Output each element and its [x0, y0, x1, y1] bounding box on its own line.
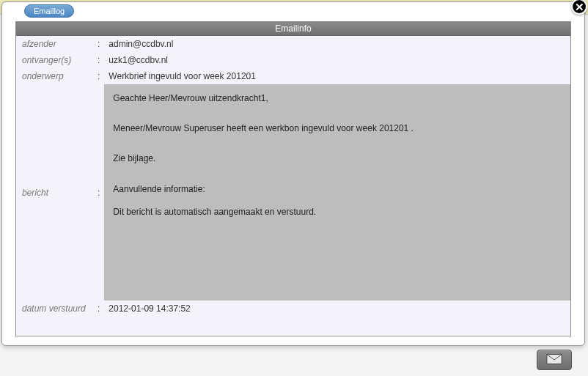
- row-message: bericht : Geachte Heer/Mevrouw uitzendkr…: [16, 84, 570, 301]
- panel-body: afzender : admin@ccdbv.nl ontvanger(s) :…: [16, 36, 570, 335]
- info-table: afzender : admin@ccdbv.nl ontvanger(s) :…: [16, 36, 570, 317]
- value-subject: Werkbrief ingevuld voor week 201201: [104, 68, 570, 84]
- emaillog-modal: Emaillog ✕ Emailinfo afzender : admin@cc…: [1, 1, 585, 346]
- value-message-cell: Geachte Heer/Mevrouw uitzendkracht1, Men…: [104, 84, 570, 301]
- close-button[interactable]: ✕: [571, 0, 587, 15]
- row-recipient: ontvanger(s) : uzk1@ccdbv.nl: [16, 52, 570, 68]
- colon: :: [93, 301, 104, 317]
- label-message: bericht: [16, 84, 93, 301]
- label-sent: datum verstuurd: [16, 301, 93, 317]
- row-sent: datum verstuurd : 2012-01-09 14:37:52: [16, 301, 570, 317]
- panel-title: Emailinfo: [16, 22, 570, 36]
- value-sent: 2012-01-09 14:37:52: [104, 301, 570, 317]
- row-sender: afzender : admin@ccdbv.nl: [16, 36, 570, 52]
- colon: :: [93, 52, 104, 68]
- label-subject: onderwerp: [16, 68, 93, 84]
- value-recipient: uzk1@ccdbv.nl: [104, 52, 570, 68]
- message-line3: Aanvullende informatie:: [113, 183, 562, 196]
- mail-button[interactable]: [537, 350, 572, 370]
- value-sender: admin@ccdbv.nl: [104, 36, 570, 52]
- emailinfo-panel: Emailinfo afzender : admin@ccdbv.nl ontv…: [15, 21, 571, 336]
- label-sender: afzender: [16, 36, 93, 52]
- envelope-icon: [546, 353, 562, 367]
- message-line2: Zie bijlage.: [113, 152, 562, 166]
- message-line1: Meneer/Mevrouw Superuser heeft een werkb…: [113, 122, 562, 136]
- colon: :: [93, 84, 104, 301]
- colon: :: [93, 36, 104, 52]
- message-line4: Dit bericht is automatisch aangemaakt en…: [113, 205, 562, 219]
- label-recipient: ontvanger(s): [16, 52, 93, 68]
- close-icon: ✕: [575, 1, 584, 12]
- message-body: Geachte Heer/Mevrouw uitzendkracht1, Men…: [104, 84, 570, 301]
- message-greeting: Geachte Heer/Mevrouw uitzendkracht1,: [113, 92, 562, 106]
- tab-emaillog[interactable]: Emaillog: [24, 4, 74, 18]
- colon: :: [93, 68, 104, 84]
- row-subject: onderwerp : Werkbrief ingevuld voor week…: [16, 68, 570, 84]
- tab-label: Emaillog: [34, 7, 65, 15]
